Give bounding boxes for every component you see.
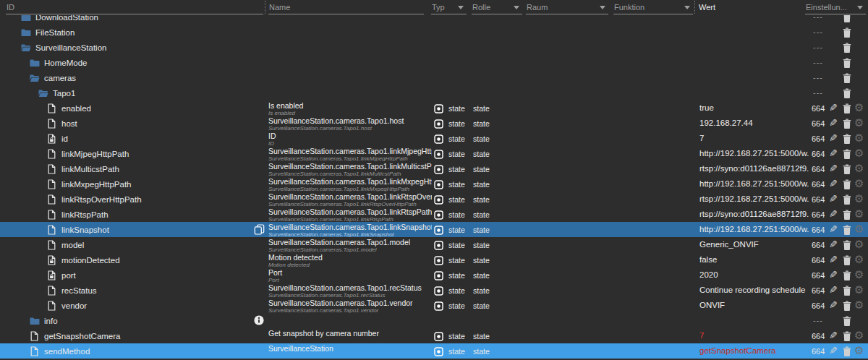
edit-value-icon[interactable]: ✎ [829,132,838,144]
value-cell[interactable]: getSnapshotCamera [699,346,809,355]
value-cell[interactable]: rtsp://192.168.27.251:5000/w... [699,194,809,203]
acl-badge[interactable]: 664 [812,150,825,158]
tree-item-SurveillanceStation[interactable]: SurveillanceStation [20,40,106,55]
acl-badge[interactable]: 664 [812,226,825,234]
delete-object-icon[interactable] [843,164,851,174]
settings-gear-icon[interactable]: ⚙ [854,344,864,357]
object-row-Tapo1[interactable]: Tapo1--- [0,85,868,100]
delete-object-icon[interactable] [843,270,851,280]
delete-object-icon[interactable] [843,286,851,296]
object-row-vendor[interactable]: vendorSurveillanceStation.cameras.Tapo1.… [0,298,868,313]
tree-item-linkMulticstPath[interactable]: linkMulticstPath [46,161,119,176]
tree-item-linkMxpegHttpPath[interactable]: linkMxpegHttpPath [46,176,132,192]
tree-item-linkSnapshot[interactable]: linkSnapshot [46,222,109,237]
acl-badge[interactable]: 664 [812,165,825,173]
object-row-id[interactable]: idIDIDstatestate7664✎⚙ [0,131,868,146]
settings-gear-icon[interactable]: ⚙ [854,116,864,129]
object-row-SurveillanceStation[interactable]: SurveillanceStation--- [0,40,868,55]
settings-gear-icon[interactable]: ⚙ [854,101,864,114]
delete-object-icon[interactable] [843,316,851,326]
value-cell[interactable]: http://192.168.27.251:5000/w... [699,179,809,188]
acl-badge[interactable]: 664 [812,134,825,143]
object-row-model[interactable]: modelSurveillanceStation.cameras.Tapo1.m… [0,237,868,252]
object-row-linkMxpegHttpPath[interactable]: linkMxpegHttpPathSurveillanceStation.cam… [0,176,868,192]
edit-value-icon[interactable]: ✎ [829,193,838,205]
edit-value-icon[interactable]: ✎ [829,147,838,159]
edit-value-icon[interactable]: ✎ [829,102,838,113]
tree-item-cameras[interactable]: cameras [29,70,76,85]
acl-badge[interactable]: 664 [812,210,825,219]
tree-item-id[interactable]: id [46,131,68,146]
object-row-port[interactable]: portPortPortstatestate2020664✎⚙ [0,267,868,283]
delete-object-icon[interactable] [843,346,851,356]
object-row-info[interactable]: info--- [0,313,868,328]
id-filter-input[interactable]: ID [6,0,263,14]
acl-badge[interactable]: 664 [812,332,825,340]
value-cell[interactable]: 192.168.27.44 [699,119,809,127]
edit-value-icon[interactable]: ✎ [829,178,838,189]
edit-value-icon[interactable]: ✎ [829,163,838,174]
acl-badge[interactable]: 664 [812,256,825,265]
acl-badge[interactable]: 664 [812,286,825,295]
delete-object-icon[interactable] [843,331,851,341]
edit-value-icon[interactable]: ✎ [829,284,838,296]
object-row-motionDetected[interactable]: motionDetectedMotion detectedMotion dete… [0,252,868,267]
object-row-linkRtspPath[interactable]: linkRtspPathSurveillanceStation.cameras.… [0,207,868,222]
delete-object-icon[interactable] [843,43,851,53]
settings-gear-icon[interactable]: ⚙ [854,299,864,312]
acl-badge[interactable]: 664 [812,195,825,204]
column-separator[interactable] [265,1,265,14]
settings-gear-icon[interactable]: ⚙ [854,192,864,205]
settings-gear-icon[interactable]: ⚙ [854,177,864,190]
acl-badge[interactable]: 664 [812,271,825,280]
settings-gear-icon[interactable]: ⚙ [854,253,864,266]
value-cell[interactable]: 7 [699,134,809,142]
acl-badge[interactable]: 664 [812,241,825,249]
object-row-enabled[interactable]: enabledIs enabledIs enabledstatestatetru… [0,100,868,116]
value-cell[interactable]: Continue recording schedule [699,286,809,294]
tree-item-sendMethod[interactable]: sendMethod [29,343,90,359]
delete-object-icon[interactable] [843,88,851,98]
edit-value-icon[interactable]: ✎ [829,254,838,265]
value-cell[interactable]: ONVIF [699,301,809,309]
acl-badge[interactable]: 664 [812,104,825,113]
object-row-getSnapshotCamera[interactable]: getSnapshotCameraGet snapshot by camera … [0,328,868,343]
settings-gear-icon[interactable]: ⚙ [854,329,864,342]
tree-item-HomeMode[interactable]: HomeMode [29,55,87,70]
delete-object-icon[interactable] [843,58,851,68]
value-cell[interactable]: false [699,255,809,264]
name-filter-input[interactable]: Name [268,0,424,14]
tree-item-DownloadStation[interactable]: DownloadStation [20,15,98,25]
settings-gear-icon[interactable]: ⚙ [854,238,864,251]
tree-item-info[interactable]: info [29,313,58,328]
tree-item-linkRtspOverHttpPath[interactable]: linkRtspOverHttpPath [46,192,142,207]
value-cell[interactable]: 2020 [699,270,809,279]
value-cell[interactable]: 7 [699,331,809,340]
tree-item-host[interactable]: host [46,116,77,131]
edit-value-icon[interactable]: ✎ [829,269,838,280]
settings-gear-icon[interactable]: ⚙ [854,207,864,220]
delete-object-icon[interactable] [843,134,851,144]
rolle-filter-select[interactable]: Rolle [472,0,522,14]
tree-item-Tapo1[interactable]: Tapo1 [38,85,75,100]
typ-filter-select[interactable]: Typ [431,0,467,14]
acl-badge[interactable]: 664 [812,180,825,189]
tree-item-recStatus[interactable]: recStatus [46,283,97,298]
tree-item-FileStation[interactable]: FileStation [20,25,75,40]
edit-value-icon[interactable]: ✎ [829,345,838,356]
settings-gear-icon[interactable]: ⚙ [854,162,864,175]
object-row-FileStation[interactable]: FileStation--- [0,25,868,40]
edit-value-icon[interactable]: ✎ [829,239,838,250]
object-row-linkMulticstPath[interactable]: linkMulticstPathSurveillanceStation.came… [0,161,868,176]
value-cell[interactable]: Generic_ONVIF [699,240,809,249]
tree-item-motionDetected[interactable]: motionDetected [46,252,120,267]
object-row-linkSnapshot[interactable]: linkSnapshotSurveillanceStation.cameras.… [0,222,868,237]
object-row-cameras[interactable]: cameras--- [0,70,868,85]
edit-value-icon[interactable]: ✎ [829,208,838,220]
object-row-linkRtspOverHttpPath[interactable]: linkRtspOverHttpPathSurveillanceStation.… [0,192,868,207]
object-row-linkMjpegHttpPath[interactable]: linkMjpegHttpPathSurveillanceStation.cam… [0,146,868,161]
delete-object-icon[interactable] [843,240,851,250]
value-cell[interactable]: true [699,103,809,112]
value-cell[interactable]: rtsp://syno:d01126ae88712f9... [699,210,809,218]
delete-object-icon[interactable] [843,27,851,38]
